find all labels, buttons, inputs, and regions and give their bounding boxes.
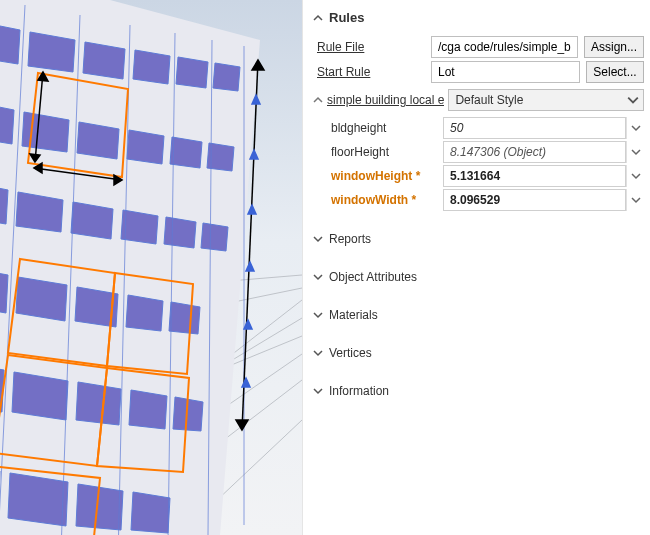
chevron-down-icon xyxy=(313,272,323,282)
chevron-down-icon xyxy=(313,348,323,358)
start-rule-label: Start Rule xyxy=(313,65,425,79)
attr-row: floorHeight8.147306 (Object) xyxy=(313,141,644,163)
attr-dropdown-button[interactable] xyxy=(626,165,644,187)
attribute-list: bldgheight50floorHeight8.147306 (Object)… xyxy=(313,117,644,211)
rules-title: Rules xyxy=(329,10,364,25)
attr-value-input[interactable]: 5.131664 xyxy=(443,165,626,187)
attr-dropdown-button[interactable] xyxy=(626,189,644,211)
attr-name: bldgheight xyxy=(313,121,443,135)
attr-name: windowHeight * xyxy=(313,169,443,183)
chevron-down-icon xyxy=(627,94,639,106)
attr-row: windowWidth *8.096529 xyxy=(313,189,644,211)
rule-file-input[interactable] xyxy=(431,36,578,58)
start-rule-row: Start Rule Select... xyxy=(313,61,644,83)
svg-marker-30 xyxy=(242,378,250,387)
attr-dropdown-button[interactable] xyxy=(626,141,644,163)
attr-value-input[interactable]: 8.147306 (Object) xyxy=(443,141,626,163)
rule-file-label: Rule File xyxy=(313,40,425,54)
attr-dropdown-button[interactable] xyxy=(626,117,644,139)
style-select[interactable]: Default Style xyxy=(448,89,644,111)
svg-marker-28 xyxy=(246,262,254,271)
section-header-information[interactable]: Information xyxy=(313,371,644,409)
svg-marker-29 xyxy=(244,320,252,329)
select-button[interactable]: Select... xyxy=(586,61,644,83)
attr-name: floorHeight xyxy=(313,145,443,159)
viewport-canvas xyxy=(0,0,302,535)
chevron-down-icon xyxy=(313,386,323,396)
svg-marker-27 xyxy=(248,205,256,214)
style-select-value: Default Style xyxy=(455,93,523,107)
chevron-up-icon xyxy=(313,95,323,105)
assign-button[interactable]: Assign... xyxy=(584,36,644,58)
attr-row: windowHeight *5.131664 xyxy=(313,165,644,187)
app-root: Rules Rule File Assign... Start Rule Sel… xyxy=(0,0,650,535)
chevron-down-icon xyxy=(313,234,323,244)
section-title: Reports xyxy=(329,232,371,246)
section-header-reports[interactable]: Reports xyxy=(313,219,644,257)
attr-name: windowWidth * xyxy=(313,193,443,207)
section-title: Materials xyxy=(329,308,378,322)
attr-value-input[interactable]: 8.096529 xyxy=(443,189,626,211)
rule-file-row: Rule File Assign... xyxy=(313,36,644,58)
inspector-panel: Rules Rule File Assign... Start Rule Sel… xyxy=(302,0,650,535)
rules-section-header[interactable]: Rules xyxy=(313,6,644,33)
viewport-3d[interactable] xyxy=(0,0,302,535)
section-title: Object Attributes xyxy=(329,270,417,284)
style-subheader-row: simple building local e Default Style xyxy=(313,89,644,111)
section-header-object-attributes[interactable]: Object Attributes xyxy=(313,257,644,295)
attr-value-input[interactable]: 50 xyxy=(443,117,626,139)
section-header-vertices[interactable]: Vertices xyxy=(313,333,644,371)
svg-marker-26 xyxy=(250,150,258,159)
section-title: Vertices xyxy=(329,346,372,360)
section-header-materials[interactable]: Materials xyxy=(313,295,644,333)
chevron-down-icon xyxy=(313,310,323,320)
attr-row: bldgheight50 xyxy=(313,117,644,139)
svg-marker-24 xyxy=(236,420,248,430)
start-rule-input[interactable] xyxy=(431,61,580,83)
section-title: Information xyxy=(329,384,389,398)
collapsed-sections: ReportsObject AttributesMaterialsVertice… xyxy=(313,219,644,409)
rule-group-link[interactable]: simple building local e xyxy=(327,93,444,107)
chevron-up-icon xyxy=(313,13,323,23)
